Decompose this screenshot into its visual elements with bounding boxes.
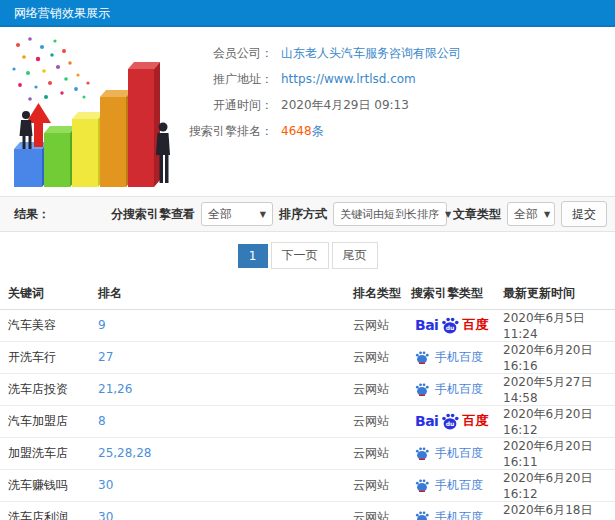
rank-link[interactable]: 30 bbox=[98, 478, 113, 492]
engine-cell: 手机百度 bbox=[411, 469, 503, 501]
col-keyword: 关键词 bbox=[0, 279, 98, 309]
baidu-logo-cn: 百度 bbox=[462, 316, 488, 334]
bar-chart-illustration bbox=[0, 27, 185, 193]
baidu-paw-icon bbox=[415, 351, 429, 364]
rank-link[interactable]: 21,26 bbox=[98, 382, 132, 396]
mobile-baidu-label: 手机百度 bbox=[435, 509, 483, 520]
baidu-logo: Baidu百度 bbox=[411, 316, 503, 334]
next-page-button[interactable]: 下一页 bbox=[271, 242, 329, 269]
baidu-paw-icon: du bbox=[441, 413, 459, 430]
open-time-value: 2020年4月29日 09:13 bbox=[281, 97, 409, 114]
rank-cell: 8 bbox=[98, 405, 353, 437]
mobile-baidu-logo: 手机百度 bbox=[411, 381, 503, 398]
rank-cell: 25,28,28 bbox=[98, 437, 353, 469]
engine-cell: 手机百度 bbox=[411, 373, 503, 405]
baidu-logo-text: Bai bbox=[415, 317, 438, 333]
table-row: 洗车店投资21,26云网站手机百度2020年5月27日 14:58 bbox=[0, 373, 615, 405]
keyword-cell: 洗车赚钱吗 bbox=[0, 469, 98, 501]
engine-rank-row: 搜索引擎排名： 4648 条 bbox=[185, 118, 461, 144]
rank-type-cell: 云网站 bbox=[353, 501, 411, 520]
updated-cell: 2020年5月27日 14:58 bbox=[503, 373, 615, 405]
engine-cell: Baidu百度 bbox=[411, 309, 503, 341]
table-header-row: 关键词 排名 排名类型 搜索引擎类型 最新更新时间 bbox=[0, 279, 615, 309]
article-type-select[interactable]: 全部 ▼ bbox=[507, 202, 555, 226]
engine-cell: Baidu百度 bbox=[411, 405, 503, 437]
page-header: 网络营销效果展示 bbox=[0, 0, 615, 27]
rank-type-cell: 云网站 bbox=[353, 373, 411, 405]
promo-url-link[interactable]: https://www.lrtlsd.com bbox=[281, 72, 416, 86]
engine-rank-unit: 条 bbox=[312, 123, 324, 140]
table-row: 洗车赚钱吗30云网站手机百度2020年6月20日 16:12 bbox=[0, 469, 615, 501]
member-company-link[interactable]: 山东老人头汽车服务咨询有限公司 bbox=[281, 45, 461, 62]
rank-link[interactable]: 27 bbox=[98, 350, 113, 364]
mobile-baidu-logo: 手机百度 bbox=[411, 349, 503, 366]
engine-select[interactable]: 全部 ▼ bbox=[201, 202, 273, 226]
rank-type-cell: 云网站 bbox=[353, 469, 411, 501]
rank-link[interactable]: 25,28,28 bbox=[98, 446, 151, 460]
rank-cell: 30 bbox=[98, 469, 353, 501]
baidu-logo: Baidu百度 bbox=[411, 412, 503, 430]
filter-bar: 结果： 分搜索引擎查看 全部 ▼ 排序方式 关键词由短到长排序 ▼ 文章类型 全… bbox=[0, 196, 615, 232]
growth-chart-image bbox=[0, 27, 185, 193]
table-row: 加盟洗车店25,28,28云网站手机百度2020年6月20日 16:11 bbox=[0, 437, 615, 469]
rank-type-cell: 云网站 bbox=[353, 437, 411, 469]
engine-select-value: 全部 bbox=[208, 206, 232, 223]
sort-select[interactable]: 关键词由短到长排序 ▼ bbox=[333, 202, 447, 226]
rank-link[interactable]: 8 bbox=[98, 414, 106, 428]
col-engine-type: 搜索引擎类型 bbox=[411, 279, 503, 309]
rank-type-cell: 云网站 bbox=[353, 309, 411, 341]
page-1-button[interactable]: 1 bbox=[238, 244, 268, 268]
updated-cell: 2020年6月5日 11:24 bbox=[503, 309, 615, 341]
rank-cell: 30 bbox=[98, 501, 353, 520]
results-table: 关键词 排名 排名类型 搜索引擎类型 最新更新时间 汽车美容9云网站Baidu百… bbox=[0, 279, 615, 520]
rank-link[interactable]: 9 bbox=[98, 318, 106, 332]
updated-cell: 2020年6月20日 16:12 bbox=[503, 405, 615, 437]
updated-cell: 2020年6月20日 16:12 bbox=[503, 469, 615, 501]
mobile-baidu-logo: 手机百度 bbox=[411, 509, 503, 520]
mobile-baidu-label: 手机百度 bbox=[435, 477, 483, 494]
keyword-cell: 加盟洗车店 bbox=[0, 437, 98, 469]
engine-rank-label: 搜索引擎排名： bbox=[185, 123, 273, 140]
engine-cell: 手机百度 bbox=[411, 437, 503, 469]
rank-link[interactable]: 30 bbox=[98, 510, 113, 520]
engine-rank-count: 4648 bbox=[281, 124, 312, 138]
table-row: 汽车美容9云网站Baidu百度2020年6月5日 11:24 bbox=[0, 309, 615, 341]
baidu-paw-icon bbox=[415, 511, 429, 520]
svg-text:du: du bbox=[446, 324, 455, 331]
engine-cell: 手机百度 bbox=[411, 501, 503, 520]
article-type-label: 文章类型 bbox=[453, 206, 501, 223]
chevron-down-icon: ▼ bbox=[544, 210, 550, 219]
rank-type-cell: 云网站 bbox=[353, 341, 411, 373]
promo-url-row: 推广地址： https://www.lrtlsd.com bbox=[185, 66, 461, 92]
baidu-paw-icon bbox=[415, 479, 429, 492]
chevron-down-icon: ▼ bbox=[260, 210, 266, 219]
col-updated: 最新更新时间 bbox=[503, 279, 615, 309]
updated-cell: 2020年6月20日 16:11 bbox=[503, 437, 615, 469]
confetti-dots bbox=[12, 37, 89, 101]
submit-button[interactable]: 提交 bbox=[561, 201, 607, 227]
member-company-label: 会员公司： bbox=[185, 45, 273, 62]
info-section: 会员公司： 山东老人头汽车服务咨询有限公司 推广地址： https://www.… bbox=[0, 27, 615, 193]
col-rank-type: 排名类型 bbox=[353, 279, 411, 309]
table-row: 开洗车行27云网站手机百度2020年6月20日 16:16 bbox=[0, 341, 615, 373]
baidu-paw-icon bbox=[415, 447, 429, 460]
pagination: 1 下一页 尾页 bbox=[0, 232, 615, 279]
rank-cell: 9 bbox=[98, 309, 353, 341]
article-type-select-value: 全部 bbox=[514, 206, 538, 223]
filter-controls: 分搜索引擎查看 全部 ▼ 排序方式 关键词由短到长排序 ▼ 文章类型 全部 ▼ … bbox=[111, 201, 607, 227]
updated-cell: 2020年6月18日 14:27 bbox=[503, 501, 615, 520]
chevron-down-icon: ▼ bbox=[445, 210, 451, 219]
table-body: 汽车美容9云网站Baidu百度2020年6月5日 11:24开洗车行27云网站手… bbox=[0, 309, 615, 520]
rank-cell: 27 bbox=[98, 341, 353, 373]
sort-filter-label: 排序方式 bbox=[279, 206, 327, 223]
promo-url-label: 推广地址： bbox=[185, 71, 273, 88]
mobile-baidu-label: 手机百度 bbox=[435, 349, 483, 366]
keyword-cell: 开洗车行 bbox=[0, 341, 98, 373]
table-row: 洗车店利润30云网站手机百度2020年6月18日 14:27 bbox=[0, 501, 615, 520]
updated-cell: 2020年6月20日 16:16 bbox=[503, 341, 615, 373]
last-page-button[interactable]: 尾页 bbox=[332, 242, 378, 269]
page: 网络营销效果展示 bbox=[0, 0, 615, 520]
rank-cell: 21,26 bbox=[98, 373, 353, 405]
baidu-paw-icon: du bbox=[441, 317, 459, 334]
keyword-cell: 汽车加盟店 bbox=[0, 405, 98, 437]
